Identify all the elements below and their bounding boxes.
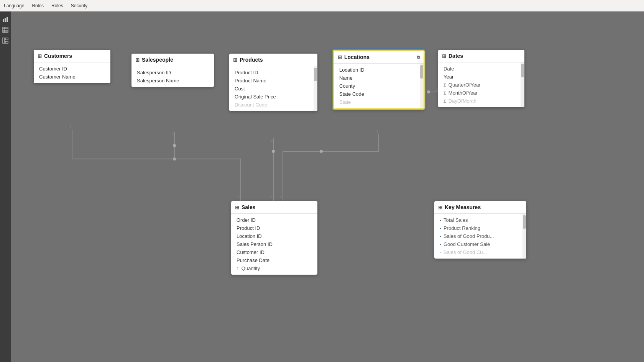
measure-icon-0: ▪: [440, 218, 441, 223]
customers-table-title: Customers: [44, 53, 72, 59]
key-measures-table-icon: ⊞: [438, 205, 442, 210]
km-field-3[interactable]: ▪ Good Customer Sale: [434, 240, 522, 248]
locations-table-icon: ⊞: [338, 54, 342, 60]
sales-table-header: ⊞ Sales: [231, 201, 317, 214]
sigma-icon-2: Σ: [444, 91, 446, 95]
sales-field-3[interactable]: Sales Person ID: [231, 240, 317, 248]
locations-field-0[interactable]: Location ID: [334, 66, 419, 74]
relationship-icon[interactable]: [2, 37, 9, 44]
canvas: 1 * 1 1 * 1 * 1 ✦ ✦ ✦ ✦ ✦ ⊞ Custom: [11, 11, 644, 362]
sales-field-4[interactable]: Customer ID: [231, 248, 317, 256]
svg-text:1: 1: [172, 131, 174, 136]
top-bar: Language Roles Roles Security: [0, 0, 644, 11]
svg-text:1: 1: [435, 87, 438, 92]
customers-table-body: Customer ID Customer Name: [34, 62, 110, 83]
customers-table-icon: ⊞: [38, 53, 42, 59]
measure-icon-3: ▪: [440, 242, 441, 247]
svg-point-17: [173, 157, 176, 161]
locations-field-1[interactable]: Name: [334, 74, 419, 82]
products-field-0[interactable]: Product ID: [229, 69, 313, 77]
dates-field-2[interactable]: Σ QuarterOfYear: [438, 81, 520, 89]
dates-table[interactable]: ⊞ Dates Date Year Σ QuarterOfYear Σ Mont…: [438, 50, 524, 107]
svg-text:1: 1: [376, 129, 378, 134]
dates-field-1[interactable]: Year: [438, 73, 520, 81]
measure-icon-4: ▪: [440, 250, 441, 255]
locations-table-body: Location ID Name County State Code State: [334, 64, 424, 108]
salespeople-field-1[interactable]: Salesperson Name: [131, 77, 214, 85]
salespeople-table-header: ⊞ Salespeople: [131, 54, 214, 66]
svg-rect-10: [5, 41, 8, 43]
salespeople-field-0-label: Salesperson ID: [137, 70, 171, 75]
dates-table-icon: ⊞: [442, 53, 446, 59]
sales-table-icon: ⊞: [235, 205, 239, 210]
svg-text:*: *: [280, 195, 282, 200]
locations-expand-icon[interactable]: ⧉: [417, 55, 420, 60]
svg-text:*: *: [238, 195, 240, 200]
measure-icon-1: ▪: [440, 226, 441, 231]
customers-table-header: ⊞ Customers: [34, 50, 110, 62]
sigma-icon-3: Σ: [444, 99, 446, 103]
dates-field-0[interactable]: Date: [438, 65, 520, 73]
sales-table-title: Sales: [242, 204, 256, 210]
products-field-4[interactable]: Discount Code: [229, 101, 313, 109]
dates-table-header: ⊞ Dates: [438, 50, 524, 62]
salespeople-field-1-label: Salesperson Name: [137, 78, 179, 84]
svg-point-21: [173, 144, 176, 147]
dates-field-4[interactable]: Σ DayOfMonth: [438, 97, 520, 105]
salespeople-table-title: Salespeople: [142, 57, 173, 63]
left-sidebar: [0, 11, 11, 362]
salespeople-field-0[interactable]: Salesperson ID: [131, 69, 214, 77]
km-field-0[interactable]: ▪ Total Sales: [434, 216, 522, 224]
security-menu[interactable]: Security: [71, 3, 87, 8]
sales-field-0[interactable]: Order ID: [231, 216, 317, 224]
products-table[interactable]: ⊞ Products Product ID Product Name Cost …: [229, 54, 317, 111]
sigma-icon-sales: Σ: [237, 266, 239, 271]
svg-rect-2: [7, 17, 8, 22]
sales-table[interactable]: ⊞ Sales Order ID Product ID Location ID …: [231, 201, 317, 275]
customers-field-1[interactable]: Customer Name: [34, 73, 110, 81]
locations-field-3[interactable]: State Code: [334, 90, 419, 98]
key-measures-table-body: ▪ Total Sales ▪ Product Ranking ▪ Sales …: [434, 214, 526, 259]
svg-text:*: *: [270, 195, 272, 200]
svg-rect-9: [5, 38, 8, 40]
sales-field-2[interactable]: Location ID: [231, 232, 317, 240]
products-field-3[interactable]: Original Sale Price: [229, 93, 313, 101]
table-icon[interactable]: [2, 26, 9, 34]
customers-field-0-label: Customer ID: [39, 66, 67, 72]
bar-chart-icon[interactable]: [2, 15, 9, 23]
products-field-1[interactable]: Product Name: [229, 77, 313, 85]
roles-menu-2[interactable]: Roles: [51, 3, 63, 8]
measure-icon-2: ▪: [440, 234, 441, 239]
customers-table[interactable]: ⊞ Customers Customer ID Customer Name: [34, 50, 110, 83]
key-measures-table[interactable]: ⊞ Key Measures ▪ Total Sales ▪ Product R…: [434, 201, 526, 259]
dates-field-3[interactable]: Σ MonthOfYear: [438, 89, 520, 97]
sigma-icon-1: Σ: [444, 83, 446, 87]
locations-field-4[interactable]: State: [334, 98, 419, 106]
customers-field-0[interactable]: Customer ID: [34, 65, 110, 73]
svg-rect-0: [3, 19, 4, 22]
products-field-2[interactable]: Cost: [229, 85, 313, 93]
km-field-4[interactable]: ▪ Sales of Good Cu...: [434, 248, 522, 256]
sales-field-1[interactable]: Product ID: [231, 224, 317, 232]
sales-field-5[interactable]: Purchase Date: [231, 256, 317, 264]
salespeople-table-icon: ⊞: [135, 57, 140, 63]
svg-point-30: [320, 150, 323, 153]
svg-rect-8: [3, 38, 5, 43]
key-measures-table-header: ⊞ Key Measures: [434, 201, 526, 214]
products-table-body: Product ID Product Name Cost Original Sa…: [229, 66, 317, 111]
dates-table-body: Date Year Σ QuarterOfYear Σ MonthOfYear …: [438, 62, 524, 107]
customers-field-1-label: Customer Name: [39, 74, 76, 80]
locations-table[interactable]: ⊞ Locations ⧉ Location ID Name County St…: [333, 50, 425, 110]
km-field-1[interactable]: ▪ Product Ranking: [434, 224, 522, 232]
sales-field-6[interactable]: Σ Quantity: [231, 264, 317, 272]
dates-table-title: Dates: [449, 53, 463, 59]
roles-menu-1[interactable]: Roles: [32, 3, 44, 8]
products-table-title: Products: [240, 57, 263, 63]
language-menu[interactable]: Language: [4, 3, 24, 8]
km-field-2[interactable]: ▪ Sales of Good Produ...: [434, 232, 522, 240]
salespeople-table[interactable]: ⊞ Salespeople Salesperson ID Salesperson…: [131, 54, 214, 87]
locations-field-2[interactable]: County: [334, 82, 419, 90]
locations-table-header: ⊞ Locations ⧉: [334, 51, 424, 64]
key-measures-table-title: Key Measures: [445, 204, 481, 210]
salespeople-table-body: Salesperson ID Salesperson Name: [131, 66, 214, 87]
